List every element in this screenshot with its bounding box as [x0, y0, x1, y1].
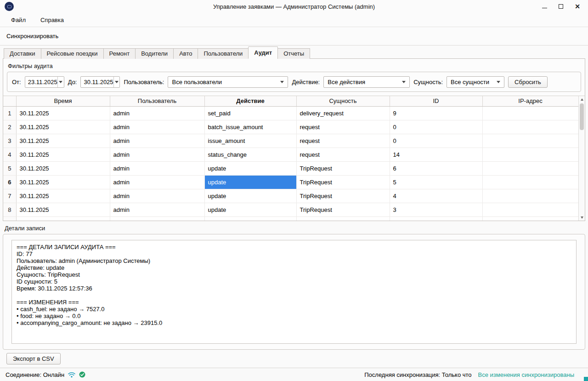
cell-id[interactable]: 0 — [390, 120, 482, 134]
cell-action[interactable]: set_paid — [204, 106, 296, 120]
cell-id[interactable]: 2 — [390, 216, 482, 221]
table-row[interactable]: 530.11.2025adminupdateTripRequest6 — [3, 161, 578, 175]
row-number[interactable]: 7 — [3, 189, 16, 203]
cell-ip[interactable] — [482, 203, 578, 216]
cell-action[interactable]: update — [204, 203, 296, 216]
export-csv-button[interactable]: Экспорт в CSV — [6, 353, 61, 364]
close-button[interactable]: ✕ — [574, 3, 581, 10]
column-header-6[interactable]: IP-адрес — [482, 96, 578, 106]
table-row[interactable]: 330.11.2025adminissue_amountrequest0 — [3, 134, 578, 148]
cell-entity[interactable]: TripRequest — [296, 161, 390, 175]
cell-id[interactable]: 5 — [390, 175, 482, 189]
maximize-button[interactable] — [558, 3, 564, 10]
cell-action[interactable]: update — [204, 216, 296, 221]
cell-action[interactable]: update — [204, 175, 296, 189]
cell-action[interactable]: status_change — [204, 148, 296, 161]
row-number[interactable]: 1 — [3, 106, 16, 120]
date-from-input[interactable]: 23.11.2025 — [25, 76, 64, 88]
cell-id[interactable]: 3 — [390, 203, 482, 216]
menu-help[interactable]: Справка — [40, 17, 64, 23]
row-number[interactable]: 3 — [3, 134, 16, 148]
cell-entity[interactable]: request — [296, 134, 390, 148]
cell-entity[interactable]: delivery_request — [296, 106, 390, 120]
cell-ip[interactable] — [482, 120, 578, 134]
cell-entity[interactable]: request — [296, 148, 390, 161]
tab-3[interactable]: Ремонт — [103, 48, 136, 59]
cell-user[interactable]: admin — [110, 175, 204, 189]
cell-user[interactable]: admin — [110, 216, 204, 221]
table-row[interactable]: 130.11.2025adminset_paiddelivery_request… — [3, 106, 578, 120]
cell-time[interactable]: 30.11.2025 — [16, 161, 110, 175]
cell-time[interactable]: 30.11.2025 — [16, 120, 110, 134]
table-row[interactable]: 930.11.2025adminupdateTripRequest2 — [3, 216, 578, 221]
vertical-scrollbar[interactable] — [578, 96, 585, 221]
cell-action[interactable]: update — [204, 161, 296, 175]
scrollbar-thumb[interactable] — [580, 103, 584, 130]
cell-time[interactable]: 30.11.2025 — [16, 175, 110, 189]
cell-user[interactable]: admin — [110, 106, 204, 120]
row-number[interactable]: 5 — [3, 161, 16, 175]
cell-entity[interactable]: TripRequest — [296, 216, 390, 221]
user-filter-select[interactable]: Все пользователи — [168, 76, 288, 88]
scroll-up-button[interactable] — [579, 96, 585, 102]
tab-4[interactable]: Водители — [135, 48, 174, 59]
cell-user[interactable]: admin — [110, 161, 204, 175]
cell-id[interactable]: 4 — [390, 189, 482, 203]
cell-user[interactable]: admin — [110, 120, 204, 134]
row-number[interactable]: 8 — [3, 203, 16, 216]
column-header-2[interactable]: Пользователь — [110, 96, 204, 106]
cell-time[interactable]: 30.11.2025 — [16, 134, 110, 148]
cell-user[interactable]: admin — [110, 148, 204, 161]
cell-ip[interactable] — [482, 161, 578, 175]
column-header-5[interactable]: ID — [390, 96, 482, 106]
table-row[interactable]: 630.11.2025adminupdateTripRequest5 — [3, 175, 578, 189]
cell-time[interactable]: 30.11.2025 — [16, 106, 110, 120]
cell-id[interactable]: 9 — [390, 106, 482, 120]
cell-action[interactable]: update — [204, 189, 296, 203]
cell-ip[interactable] — [482, 175, 578, 189]
column-header-3[interactable]: Действие — [204, 96, 296, 106]
details-textarea[interactable]: === ДЕТАЛИ ЗАПИСИ АУДИТА === ID: 77 Поль… — [11, 240, 577, 344]
cell-entity[interactable]: request — [296, 120, 390, 134]
cell-time[interactable]: 30.11.2025 — [16, 216, 110, 221]
resize-grip[interactable] — [584, 377, 588, 381]
tab-5[interactable]: Авто — [173, 48, 198, 59]
reset-filters-button[interactable]: Сбросить — [508, 76, 548, 88]
cell-ip[interactable] — [482, 106, 578, 120]
minimize-button[interactable] — [541, 3, 548, 10]
row-number[interactable]: 9 — [3, 216, 16, 221]
cell-ip[interactable] — [482, 134, 578, 148]
table-row[interactable]: 730.11.2025adminupdateTripRequest4 — [3, 189, 578, 203]
cell-action[interactable]: batch_issue_amount — [204, 120, 296, 134]
column-header-1[interactable]: Время — [16, 96, 110, 106]
cell-entity[interactable]: TripRequest — [296, 175, 390, 189]
cell-time[interactable]: 30.11.2025 — [16, 203, 110, 216]
sync-button[interactable]: Синхронизировать — [6, 33, 58, 40]
column-header-4[interactable]: Сущность — [296, 96, 390, 106]
scroll-down-button[interactable] — [579, 214, 585, 221]
tab-1[interactable]: Доставки — [4, 48, 41, 59]
row-number[interactable]: 2 — [3, 120, 16, 134]
cell-id[interactable]: 14 — [390, 148, 482, 161]
tab-2[interactable]: Рейсовые поездки — [41, 48, 104, 59]
cell-entity[interactable]: TripRequest — [296, 203, 390, 216]
cell-entity[interactable]: TripRequest — [296, 189, 390, 203]
cell-ip[interactable] — [482, 216, 578, 221]
date-to-dropdown[interactable] — [113, 77, 120, 87]
date-to-input[interactable]: 30.11.2025 — [80, 76, 120, 88]
tab-7[interactable]: Аудит — [248, 46, 278, 59]
row-number[interactable]: 6 — [3, 175, 16, 189]
table-row[interactable]: 230.11.2025adminbatch_issue_amountreques… — [3, 120, 578, 134]
row-number[interactable]: 4 — [3, 148, 16, 161]
cell-id[interactable]: 0 — [390, 134, 482, 148]
cell-action[interactable]: issue_amount — [204, 134, 296, 148]
tab-6[interactable]: Пользователи — [198, 48, 249, 59]
action-filter-select[interactable]: Все действия — [323, 76, 410, 88]
menu-file[interactable]: Файл — [11, 17, 26, 23]
cell-ip[interactable] — [482, 189, 578, 203]
cell-time[interactable]: 30.11.2025 — [16, 148, 110, 161]
cell-ip[interactable] — [482, 148, 578, 161]
cell-id[interactable]: 6 — [390, 161, 482, 175]
table-row[interactable]: 830.11.2025adminupdateTripRequest3 — [3, 203, 578, 216]
cell-user[interactable]: admin — [110, 189, 204, 203]
